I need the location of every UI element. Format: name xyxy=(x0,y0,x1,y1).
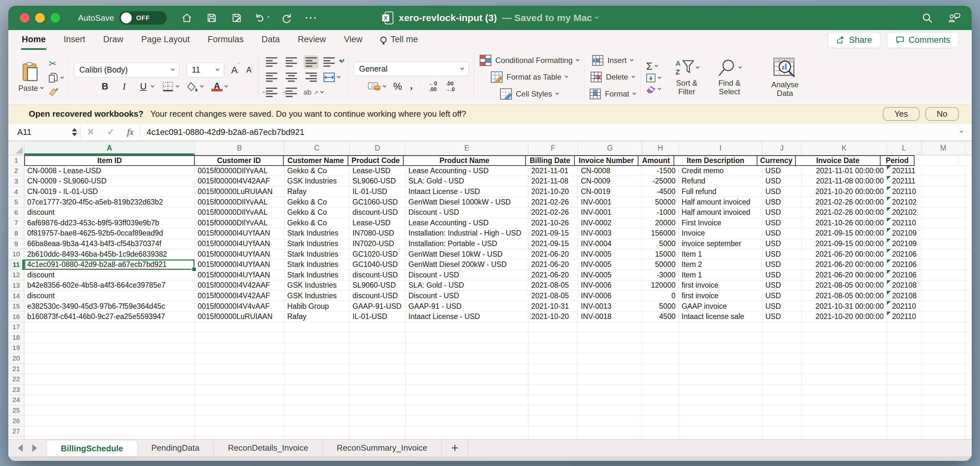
cell-B17[interactable] xyxy=(195,322,284,333)
cell-E9[interactable]: Installation: Portable - USD xyxy=(406,239,528,249)
cell-X24[interactable] xyxy=(965,395,972,406)
ribbon-tab-tell-me[interactable]: Tell me xyxy=(380,30,419,50)
cell-E27[interactable] xyxy=(406,426,528,437)
cell-I23[interactable] xyxy=(679,385,762,395)
cell-G1[interactable]: Invoice Number xyxy=(574,155,638,166)
cell-G16[interactable]: INV-0018 xyxy=(578,312,642,322)
cell-C26[interactable] xyxy=(284,416,350,426)
cell-F13[interactable]: 2021-08-05 xyxy=(528,280,578,291)
cell-D3[interactable]: SL9060-USD xyxy=(350,176,406,187)
cell-M11[interactable] xyxy=(921,260,965,270)
cell-L26[interactable] xyxy=(887,416,921,426)
ribbon-tab-review[interactable]: Review xyxy=(297,30,327,50)
cell-I19[interactable] xyxy=(679,343,762,353)
cell-L12[interactable]: 202106 xyxy=(887,270,921,281)
decrease-font-size-button[interactable]: Aˇ xyxy=(246,65,253,74)
cell-L8[interactable]: 202109 xyxy=(887,228,921,239)
cell-J9[interactable]: USD xyxy=(762,239,802,249)
cell-E21[interactable] xyxy=(406,364,528,374)
cell-H6[interactable]: -1000 xyxy=(642,208,679,218)
cut-button[interactable]: ✂ xyxy=(49,58,63,69)
cell-D26[interactable] xyxy=(350,416,406,426)
cell-C9[interactable]: Stark Industries xyxy=(284,239,350,249)
cell-X27[interactable] xyxy=(965,426,972,437)
italic-button[interactable]: I xyxy=(119,81,129,92)
cell-I7[interactable]: First Invoice xyxy=(679,218,762,228)
sheet-tab-pendingdata[interactable]: PendingData xyxy=(137,439,214,456)
cell-A16[interactable]: b160873f-c641-46b0-9c27-ea25e5593947 xyxy=(24,312,195,322)
cell-C13[interactable]: GSK Industries xyxy=(284,280,350,291)
cell-K19[interactable] xyxy=(802,343,887,353)
cell-C2[interactable]: Gekko & Co xyxy=(284,166,350,176)
cell-X18[interactable] xyxy=(965,333,972,343)
cell-B11[interactable]: 0015f00000I4UYfAAN xyxy=(195,260,284,270)
borders-button[interactable] xyxy=(162,81,179,92)
cell-I25[interactable] xyxy=(679,405,762,416)
previous-sheet-icon[interactable] xyxy=(18,444,23,452)
cell-B14[interactable]: 0015f00000I4V42AAF xyxy=(195,291,284,301)
delete-cells-button[interactable]: Delete xyxy=(590,69,634,85)
row-header-15[interactable]: 15 xyxy=(8,301,24,312)
cell-H7[interactable]: 20000 xyxy=(642,218,679,228)
cell-C18[interactable] xyxy=(284,333,350,343)
cell-E14[interactable]: Discount - USD xyxy=(406,291,528,301)
row-header-24[interactable]: 24 xyxy=(8,395,24,406)
cell-D10[interactable]: GC1020-USD xyxy=(350,249,406,260)
cell-K27[interactable] xyxy=(802,426,887,437)
cell-X2[interactable] xyxy=(965,166,972,176)
cell-G19[interactable] xyxy=(578,343,642,353)
cell-A15[interactable]: e382530c-3490-45d3-97b6-7f59e364d45c xyxy=(24,301,195,312)
cell-A13[interactable]: b42e8356-602e-4b58-a4f3-664ce39785e7 xyxy=(24,280,195,291)
cell-H28[interactable] xyxy=(642,437,679,439)
cell-K20[interactable] xyxy=(802,353,887,364)
column-header-I[interactable]: I xyxy=(679,141,762,155)
cell-M25[interactable] xyxy=(921,405,965,416)
cell-E13[interactable]: SLA: Gold - USD xyxy=(406,280,528,291)
cell-A25[interactable] xyxy=(24,405,195,416)
format-painter-button[interactable] xyxy=(49,87,63,97)
row-header-13[interactable]: 13 xyxy=(8,280,24,291)
column-header-F[interactable]: F xyxy=(528,141,578,155)
cell-J16[interactable]: USD xyxy=(762,312,802,322)
cell-L9[interactable]: 202109 xyxy=(887,239,921,249)
cell-A19[interactable] xyxy=(24,343,195,353)
cell-X26[interactable] xyxy=(965,416,972,426)
column-header-G[interactable]: G xyxy=(578,141,642,155)
cell-E18[interactable] xyxy=(406,333,528,343)
cell-B13[interactable]: 0015f00000I4V42AAF xyxy=(195,280,284,291)
share-button[interactable]: Share xyxy=(827,32,881,48)
cell-I8[interactable]: Invoice xyxy=(679,228,762,239)
cell-J19[interactable] xyxy=(762,343,802,353)
cell-H15[interactable]: 5000 xyxy=(642,301,679,312)
align-middle-button[interactable] xyxy=(284,55,299,69)
cell-L6[interactable]: 202102 xyxy=(887,208,921,218)
accounting-format-button[interactable] xyxy=(368,82,386,91)
ribbon-tab-page-layout[interactable]: Page Layout xyxy=(141,30,191,50)
cell-M24[interactable] xyxy=(921,395,965,406)
cell-M9[interactable] xyxy=(921,239,965,249)
cell-A12[interactable]: discount xyxy=(24,270,195,281)
cell-E28[interactable] xyxy=(406,437,528,439)
cell-A28[interactable] xyxy=(24,437,195,439)
cell-F26[interactable] xyxy=(528,416,578,426)
cell-C15[interactable]: Habib Group xyxy=(284,301,350,312)
cell-I26[interactable] xyxy=(679,416,762,426)
cell-B15[interactable]: 0015f00000I4V4vAAF xyxy=(195,301,284,312)
next-sheet-icon[interactable] xyxy=(32,444,37,452)
cell-C3[interactable]: GSK Industries xyxy=(284,176,350,187)
cell-X4[interactable] xyxy=(965,187,972,197)
cell-M2[interactable] xyxy=(921,166,965,176)
cell-L28[interactable] xyxy=(887,437,921,439)
cell-A27[interactable] xyxy=(24,426,195,437)
cell-B28[interactable] xyxy=(195,437,284,439)
cell-E22[interactable] xyxy=(406,374,528,385)
row-header-20[interactable]: 20 xyxy=(8,353,24,364)
row-header-18[interactable]: 18 xyxy=(8,333,24,343)
cell-C10[interactable]: Stark Industries xyxy=(284,249,350,260)
cell-I4[interactable]: Full refund xyxy=(679,187,762,197)
cell-F28[interactable] xyxy=(528,437,578,439)
row-header-14[interactable]: 14 xyxy=(8,291,24,301)
cell-F12[interactable]: 2021-06-20 xyxy=(528,270,578,281)
cell-L21[interactable] xyxy=(887,364,921,374)
cell-E24[interactable] xyxy=(406,395,528,406)
